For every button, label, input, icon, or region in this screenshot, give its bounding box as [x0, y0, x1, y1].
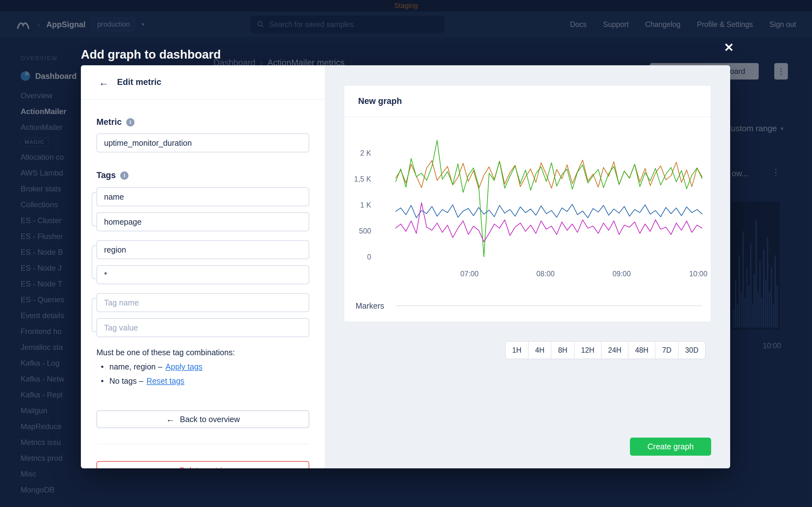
y-tick-1-k: 1 K [344, 201, 371, 210]
modal-close-icon[interactable]: ✕ [722, 40, 736, 55]
range-button-24h[interactable]: 24H [601, 341, 628, 359]
tag-value-input-2[interactable] [96, 265, 309, 284]
apply-tags-link[interactable]: Apply tags [165, 362, 203, 372]
preview-card: New graph 05001 K1,5 K2 K 07:0008:0009:0… [344, 85, 711, 322]
tag-name-input-3[interactable] [96, 293, 309, 312]
range-button-7d[interactable]: 7D [655, 341, 678, 359]
x-tick-07-00: 07:00 [450, 270, 489, 278]
tag-name-input-1[interactable] [96, 187, 309, 206]
markers-label: Markers [356, 301, 384, 311]
x-tick-08-00: 08:00 [526, 270, 565, 278]
delete-section: Delete metric [96, 444, 309, 468]
create-graph-button[interactable]: Create graph [630, 438, 711, 456]
edit-metric-header: ← Edit metric [81, 65, 325, 100]
markers-timeline [396, 305, 702, 306]
tag-value-input-3[interactable] [96, 318, 309, 337]
y-tick-2-k: 2 K [344, 149, 371, 158]
y-tick-0: 0 [344, 253, 371, 262]
range-button-4h[interactable]: 4H [528, 341, 551, 359]
tags-label-text: Tags [96, 170, 116, 180]
x-tick-10-00: 10:00 [679, 270, 717, 278]
preview-card-header: New graph [344, 86, 711, 117]
tag-value-input-1[interactable] [96, 212, 309, 231]
tags-label: Tags i [96, 170, 309, 180]
reset-tags-link[interactable]: Reset tags [147, 377, 185, 386]
bullet-icon: • [101, 362, 104, 372]
preview-chart-svg [344, 86, 711, 322]
y-tick-1-5-k: 1,5 K [344, 175, 371, 183]
back-to-overview-arrow-icon: ← [166, 415, 175, 424]
tag-combination-line: •name, region –Apply tags [96, 362, 309, 372]
tag-combinations-heading: Must be one of these tag combinations: [96, 348, 309, 357]
tag-pair-3 [96, 293, 309, 337]
tag-name-input-2[interactable] [96, 240, 309, 259]
tag-combination-line: •No tags –Reset tags [96, 377, 309, 386]
combination-text: name, region – [109, 362, 162, 372]
back-to-overview-label: Back to overview [180, 415, 240, 424]
edit-metric-title: Edit metric [117, 77, 161, 87]
tag-pair-1 [96, 187, 309, 231]
back-arrow-icon[interactable]: ← [99, 77, 109, 88]
range-button-30d[interactable]: 30D [678, 341, 705, 359]
metric-label: Metric i [96, 117, 309, 127]
range-button-8h[interactable]: 8H [551, 341, 574, 359]
metric-info-icon[interactable]: i [126, 118, 135, 126]
edit-metric-panel: ← Edit metric Metric i Tags i Must be on… [81, 65, 325, 468]
range-button-12h[interactable]: 12H [574, 341, 601, 359]
modal-title: Add graph to dashboard [81, 48, 221, 61]
graph-preview-panel: New graph 05001 K1,5 K2 K 07:0008:0009:0… [325, 65, 730, 468]
delete-metric-button[interactable]: Delete metric [96, 461, 309, 468]
tag-pair-bracket [92, 192, 96, 226]
combination-text: No tags – [109, 377, 143, 386]
x-tick-09-00: 09:00 [603, 270, 641, 278]
preview-card-title: New graph [358, 96, 402, 106]
tag-pair-bracket [92, 298, 96, 332]
edit-metric-body: Metric i Tags i Must be one of these tag… [81, 117, 325, 468]
add-graph-modal: ← Edit metric Metric i Tags i Must be on… [81, 65, 730, 468]
tag-pair-list [96, 187, 309, 337]
metric-label-text: Metric [96, 117, 122, 127]
metric-input[interactable] [96, 133, 309, 153]
tag-pair-bracket [92, 245, 96, 279]
back-to-overview-button[interactable]: ← Back to overview [96, 410, 309, 428]
series-blue [396, 205, 702, 218]
range-button-1h[interactable]: 1H [505, 341, 528, 359]
tags-info-icon[interactable]: i [120, 171, 129, 180]
range-button-48h[interactable]: 48H [628, 341, 655, 359]
time-range-group: 1H4H8H12H24H48H7D30D [505, 341, 705, 359]
series-green [396, 140, 702, 257]
bullet-icon: • [101, 377, 104, 386]
tag-combinations-list: •name, region –Apply tags•No tags –Reset… [96, 362, 309, 386]
y-tick-500: 500 [344, 227, 371, 235]
series-orange [396, 160, 702, 188]
series-magenta [396, 203, 702, 242]
tag-pair-2 [96, 240, 309, 284]
